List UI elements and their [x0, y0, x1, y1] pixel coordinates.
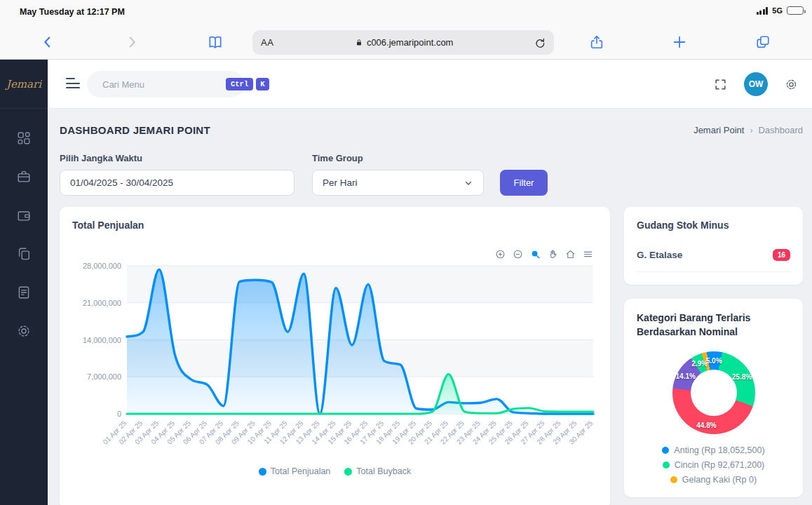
fullscreen-icon [714, 78, 727, 91]
category-legend-item[interactable]: Gelang Kaki (Rp 0) [670, 475, 757, 485]
category-legend: Anting (Rp 18,052,500)Cincin (Rp 92,671,… [637, 445, 790, 485]
back-chevron-icon [40, 34, 55, 50]
safari-toolbar: AA c006.jemaripoint.com [0, 25, 812, 60]
ipad-status-bar: May Tuesday at 12:17 PM 5G [0, 0, 812, 25]
total-penjualan-card: Total Penjualan 28,000,00021,000,00014,0… [60, 207, 610, 505]
legend-label: Gelang Kaki (Rp 0) [682, 475, 757, 485]
sidebar-item-reports[interactable] [10, 284, 38, 301]
app-logo[interactable]: Jemari [0, 60, 48, 109]
settings-button[interactable] [785, 78, 798, 91]
chart-menu-button[interactable] [583, 249, 593, 260]
reload-icon[interactable] [534, 37, 546, 48]
legend-label: Total Buyback [356, 466, 411, 476]
legend-label: Cincin (Rp 92,671,200) [675, 460, 765, 470]
donut-hole [691, 370, 737, 416]
gear-icon [785, 78, 798, 91]
main-content: DASHBOARD JEMARI POINT Jemari Point › Da… [48, 109, 812, 505]
app-header: Ctrl K OW [48, 60, 812, 109]
reports-icon [16, 285, 32, 300]
category-legend-item[interactable]: Cincin (Rp 92,671,200) [663, 460, 765, 470]
search-input[interactable] [102, 79, 226, 90]
donut-slice-label: 2.9% [691, 360, 708, 368]
legend-item-total-penjualan[interactable]: Total Penjualan [259, 466, 330, 476]
chart-pan-hand-button[interactable] [548, 249, 558, 260]
sales-chart-title: Total Penjualan [72, 220, 597, 231]
svg-text:28,000,000: 28,000,000 [83, 262, 121, 270]
chart-selection-zoom-button[interactable] [530, 249, 541, 260]
legend-dot [259, 468, 266, 476]
share-icon [589, 34, 604, 50]
breadcrumb-current: Dashboard [758, 125, 803, 135]
legend-dot [670, 476, 677, 483]
stock-count-badge: 16 [773, 249, 790, 261]
stock-card-title: Gudang Stok Minus [637, 220, 790, 231]
tabs-button[interactable] [755, 34, 771, 50]
legend-item-total-buyback[interactable]: Total Buyback [344, 466, 411, 476]
forward-chevron-icon [124, 34, 140, 50]
share-button[interactable] [589, 34, 604, 50]
chart-reset-home-button[interactable] [565, 249, 576, 260]
legend-dot [663, 462, 670, 469]
lock-icon [355, 38, 363, 47]
donut-slice-label: 44.8% [696, 421, 716, 429]
transactions-icon [16, 246, 32, 262]
sales-area-chart[interactable]: 28,000,00021,000,00014,000,0007,000,0000… [72, 260, 597, 464]
dashboard-icon [16, 130, 32, 146]
fullscreen-button[interactable] [714, 78, 727, 91]
sidebar-item-sales[interactable] [10, 168, 38, 185]
breadcrumb: Jemari Point › Dashboard [693, 125, 803, 135]
address-bar[interactable]: AA c006.jemaripoint.com [252, 30, 554, 55]
gudang-stok-minus-card: Gudang Stok Minus G. Etalase 16 [624, 207, 803, 285]
chart-zoom-out-button[interactable] [513, 249, 523, 260]
chevron-down-icon [463, 178, 473, 188]
web-app: Jemari Ctrl K OW DASHBOARD JEMARI POINT … [0, 60, 812, 505]
stock-name: G. Etalase [637, 250, 682, 260]
settings-icon [16, 323, 32, 339]
breadcrumb-separator: › [750, 126, 752, 135]
svg-text:0: 0 [117, 410, 121, 418]
sidebar-item-settings[interactable] [10, 323, 38, 339]
chart-zoom-in-button[interactable] [495, 249, 506, 260]
date-range-label: Pilih Jangka Waktu [60, 153, 312, 163]
battery-icon [787, 6, 804, 15]
avatar[interactable]: OW [744, 72, 768, 96]
time-group-select[interactable]: Per Hari [312, 170, 484, 196]
breadcrumb-root[interactable]: Jemari Point [693, 125, 744, 135]
sidebar: Jemari [0, 60, 48, 505]
donut-slice-label: 5.0% [706, 356, 722, 364]
sales-chart-legend: Total PenjualanTotal Buyback [72, 466, 597, 476]
back-button[interactable] [40, 34, 55, 50]
forward-button[interactable] [124, 34, 140, 50]
text-size-button[interactable]: AA [261, 37, 273, 48]
svg-text:7,000,000: 7,000,000 [87, 372, 121, 381]
logo-script-text: Jemari [6, 78, 41, 90]
kategori-terlaris-card: Kategori Barang Terlaris Berdasarkan Nom… [624, 299, 803, 497]
stock-row-g-etalase[interactable]: G. Etalase 16 [637, 249, 790, 272]
sidebar-item-wallet[interactable] [10, 207, 38, 224]
sales-icon [16, 169, 32, 184]
legend-label: Anting (Rp 18,052,500) [674, 445, 764, 455]
sidebar-item-transactions[interactable] [10, 245, 38, 262]
filter-button[interactable]: Filter [500, 170, 548, 196]
search-box[interactable]: Ctrl K [87, 71, 244, 97]
kbd-ctrl: Ctrl [226, 78, 253, 90]
category-card-title: Kategori Barang Terlaris Berdasarkan Nom… [637, 311, 790, 339]
menu-toggle-button[interactable] [66, 78, 80, 92]
chart-toolbar [72, 249, 593, 260]
page-title: DASHBOARD JEMARI POINT [60, 124, 210, 136]
date-range-input[interactable] [60, 170, 295, 196]
category-legend-item[interactable]: Anting (Rp 18,052,500) [662, 445, 764, 455]
donut-slice-label: 14.1% [676, 372, 696, 379]
svg-text:21,000,000: 21,000,000 [83, 299, 121, 307]
donut-slice-label: 25.8% [732, 373, 752, 381]
tabs-icon [755, 34, 771, 50]
sidebar-item-dashboard[interactable] [10, 130, 38, 147]
book-icon [208, 34, 224, 50]
legend-dot [662, 447, 669, 454]
time-group-label: Time Group [312, 153, 363, 163]
bookmarks-button[interactable] [208, 34, 224, 50]
time-group-value: Per Hari [323, 177, 358, 188]
cellular-signal-icon [757, 7, 769, 15]
url-text: c006.jemaripoint.com [367, 37, 454, 48]
new-tab-button[interactable] [672, 34, 687, 50]
